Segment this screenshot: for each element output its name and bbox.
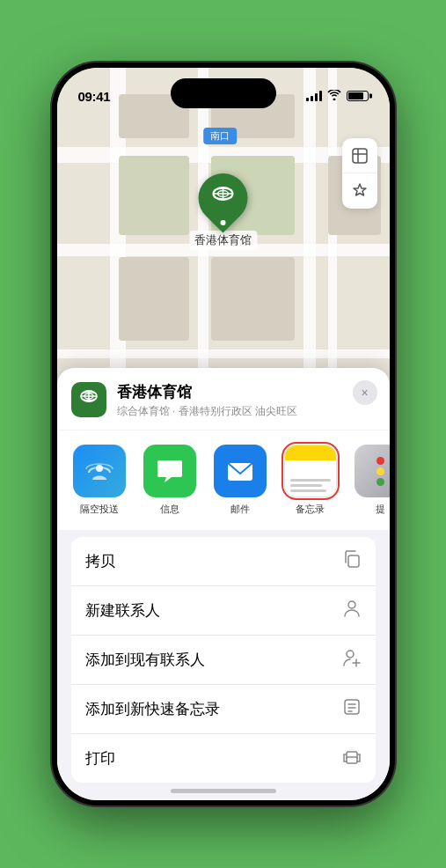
action-quick-note[interactable]: 添加到新快速备忘录 — [71, 685, 376, 734]
stadium-map-label: 香港体育馆 — [189, 231, 257, 250]
share-airdrop[interactable]: 隔空投送 — [71, 445, 128, 516]
action-copy[interactable]: 拷贝 — [71, 537, 376, 586]
status-time: 09:41 — [78, 89, 111, 104]
message-icon — [143, 445, 196, 497]
venue-icon — [71, 382, 106, 417]
stadium-marker: 香港体育馆 — [189, 173, 257, 250]
action-list: 拷贝 新建联系人 — [71, 537, 376, 783]
mail-icon — [214, 445, 267, 497]
battery-icon — [347, 91, 369, 101]
print-icon — [342, 747, 362, 770]
copy-label: 拷贝 — [85, 551, 115, 571]
more-label: 提 — [376, 503, 385, 516]
stadium-dot — [221, 220, 226, 225]
share-notes[interactable]: 备忘录 — [282, 445, 339, 516]
person-add-icon — [342, 648, 362, 672]
copy-icon — [342, 549, 362, 573]
stadium-symbol-icon — [78, 387, 99, 413]
home-indicator — [171, 789, 276, 793]
location-button[interactable] — [342, 173, 377, 209]
svg-rect-11 — [348, 555, 359, 567]
share-mail[interactable]: 邮件 — [212, 445, 268, 516]
exit-label: 南口 — [203, 128, 237, 144]
bottom-sheet: 香港体育馆 综合体育馆 · 香港特别行政区 油尖旺区 × — [57, 368, 390, 800]
new-contact-label: 新建联系人 — [85, 600, 160, 621]
notes-icon — [284, 445, 337, 497]
stadium-icon — [211, 183, 236, 213]
phone-screen: 09:41 南口 — [57, 68, 390, 800]
more-icon — [355, 445, 390, 497]
venue-subtitle: 综合体育馆 · 香港特别行政区 油尖旺区 — [117, 404, 376, 419]
signal-bars-icon — [306, 91, 322, 101]
venue-name: 香港体育馆 — [117, 382, 376, 402]
share-message[interactable]: 信息 — [142, 445, 198, 516]
dynamic-island — [171, 78, 276, 108]
close-button[interactable]: × — [353, 380, 377, 405]
svg-rect-20 — [347, 757, 357, 763]
svg-rect-0 — [353, 149, 367, 163]
airdrop-label: 隔空投送 — [80, 503, 119, 516]
svg-point-12 — [348, 601, 355, 608]
sheet-header: 香港体育馆 综合体育馆 · 香港特别行政区 油尖旺区 × — [57, 368, 390, 430]
notes-label: 备忘录 — [296, 503, 325, 516]
action-new-contact[interactable]: 新建联系人 — [71, 586, 376, 636]
quick-note-label: 添加到新快速备忘录 — [85, 699, 220, 719]
map-controls — [342, 138, 377, 209]
message-label: 信息 — [160, 503, 179, 516]
wifi-icon — [327, 90, 341, 103]
status-icons — [306, 90, 369, 103]
mail-label: 邮件 — [230, 503, 250, 516]
action-add-existing-contact[interactable]: 添加到现有联系人 — [71, 636, 376, 685]
venue-info: 香港体育馆 综合体育馆 · 香港特别行政区 油尖旺区 — [117, 382, 376, 419]
map-type-button[interactable] — [342, 138, 377, 173]
phone-frame: 09:41 南口 — [52, 63, 395, 805]
note-icon — [342, 697, 362, 721]
print-label: 打印 — [85, 748, 115, 769]
svg-point-13 — [347, 651, 354, 658]
airdrop-icon — [73, 445, 126, 497]
action-print[interactable]: 打印 — [71, 734, 376, 783]
share-more[interactable]: 提 — [353, 445, 390, 516]
add-existing-label: 添加到现有联系人 — [85, 650, 205, 670]
person-icon — [342, 599, 362, 622]
share-row: 隔空投送 信息 — [57, 430, 390, 530]
